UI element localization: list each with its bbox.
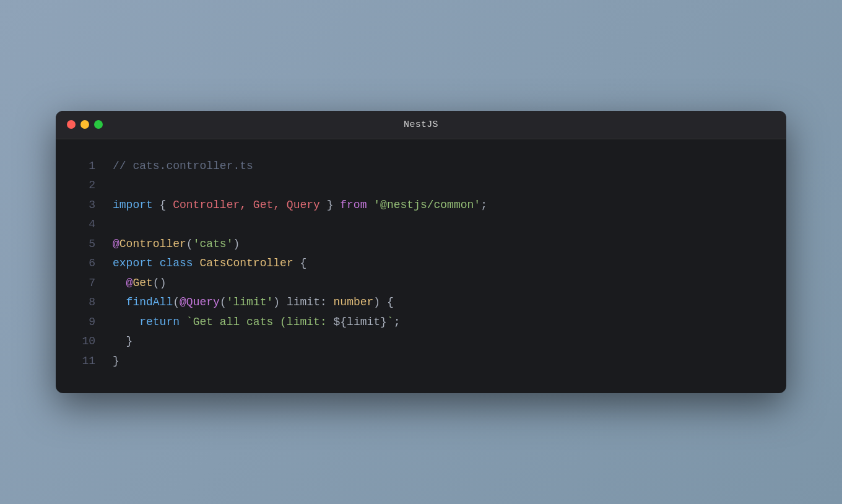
line-number-2: 2 xyxy=(71,176,95,196)
line-number-5: 5 xyxy=(71,235,95,254)
code-line-4: 4 xyxy=(71,215,771,235)
code-line-9: 9 return `Get all cats (limit: ${limit}`… xyxy=(71,313,771,332)
code-line-7: 7 @Get() xyxy=(71,274,771,293)
line-number-10: 10 xyxy=(71,332,95,352)
code-content-7: @Get() xyxy=(113,274,166,293)
line-number-8: 8 xyxy=(71,293,95,313)
code-line-6: 6 export class CatsController { xyxy=(71,254,771,274)
code-editor: 1 // cats.controller.ts 2 3 import { Con… xyxy=(56,139,786,394)
close-button[interactable] xyxy=(67,120,76,129)
line-number-6: 6 xyxy=(71,254,95,274)
line-number-1: 1 xyxy=(71,157,95,176)
maximize-button[interactable] xyxy=(94,120,103,129)
window-title: NestJS xyxy=(404,119,438,130)
code-content-2 xyxy=(113,176,119,196)
line-number-3: 3 xyxy=(71,196,95,215)
code-content-4 xyxy=(113,215,119,235)
code-line-3: 3 import { Controller, Get, Query } from… xyxy=(71,196,771,215)
minimize-button[interactable] xyxy=(80,120,89,129)
line-number-7: 7 xyxy=(71,274,95,293)
code-line-2: 2 xyxy=(71,176,771,196)
line-number-11: 11 xyxy=(71,352,95,371)
titlebar: NestJS xyxy=(56,111,786,139)
code-content-5: @Controller('cats') xyxy=(113,235,240,254)
line-number-9: 9 xyxy=(71,313,95,332)
code-line-11: 11 } xyxy=(71,352,771,371)
code-line-5: 5 @Controller('cats') xyxy=(71,235,771,254)
editor-window: NestJS 1 // cats.controller.ts 2 3 impor… xyxy=(56,111,786,394)
traffic-lights xyxy=(67,120,103,129)
code-content-3: import { Controller, Get, Query } from '… xyxy=(113,196,487,215)
code-content-8: findAll(@Query('limit') limit: number) { xyxy=(113,293,394,313)
code-content-6: export class CatsController { xyxy=(113,254,306,274)
code-line-10: 10 } xyxy=(71,332,771,352)
code-content-1: // cats.controller.ts xyxy=(113,157,253,176)
code-line-8: 8 findAll(@Query('limit') limit: number)… xyxy=(71,293,771,313)
line-number-4: 4 xyxy=(71,215,95,235)
code-content-11: } xyxy=(113,352,119,371)
code-content-9: return `Get all cats (limit: ${limit}`; xyxy=(113,313,401,332)
code-content-10: } xyxy=(113,332,132,352)
code-line-1: 1 // cats.controller.ts xyxy=(71,157,771,176)
